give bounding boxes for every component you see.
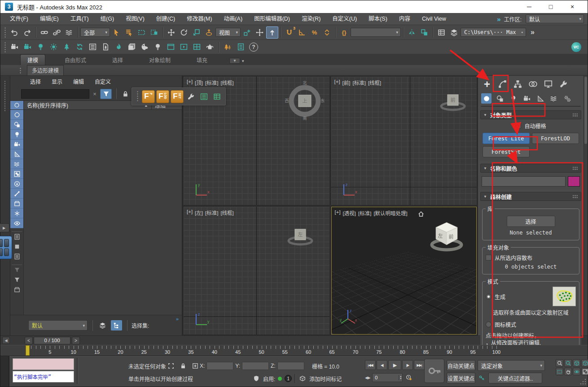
viewcube[interactable]: 左 前 <box>423 217 470 257</box>
viewport-menu-plus[interactable]: [+] <box>335 209 341 217</box>
viewport-layout-tab-button[interactable] <box>0 236 12 259</box>
rollout-grip-icon[interactable] <box>572 166 578 170</box>
display-lights-icon[interactable] <box>10 130 23 139</box>
edit-named-selection-sets-icon[interactable]: {} <box>338 26 350 39</box>
clear-search-icon[interactable]: × <box>92 91 98 97</box>
forest-tools-icon[interactable] <box>185 91 197 102</box>
viewport-menu-view[interactable]: [左] <box>195 209 203 216</box>
forest-update-icon[interactable] <box>74 41 86 53</box>
current-frame-field[interactable]: 0 ▴▾ <box>372 373 403 382</box>
menu-item[interactable]: 修改器(M) <box>181 13 218 25</box>
hierarchy-view-icon[interactable] <box>111 320 122 330</box>
sync-selection-icon[interactable] <box>10 252 23 261</box>
display-cameras-icon[interactable] <box>10 139 23 149</box>
viewport-menu-shading[interactable]: [默认明暗处理] <box>373 209 407 217</box>
forest-sun-icon[interactable] <box>48 41 60 53</box>
explorer-search-input[interactable] <box>21 89 89 99</box>
chevron-down-icon[interactable]: ▾ <box>242 59 244 63</box>
display-geometry-icon[interactable] <box>10 110 23 120</box>
viewport-perspective[interactable]: [+] [透视] [标准] [默认明暗处理] 左 前 <box>331 207 477 335</box>
ribbon-drag-handle[interactable] <box>19 67 22 74</box>
forest-maps-icon[interactable] <box>126 41 138 53</box>
category-geometry-icon[interactable] <box>481 93 491 104</box>
rollout-header[interactable]: ▼ 名称和颜色 <box>480 164 581 173</box>
object-type-column-icon[interactable] <box>10 101 24 109</box>
rectangular-selection-region-icon[interactable] <box>136 26 148 39</box>
keyboard-shortcut-override-icon[interactable] <box>266 26 278 39</box>
zoom-region-icon[interactable] <box>556 368 563 375</box>
more-options-icon[interactable]: » <box>176 316 178 322</box>
redo-icon[interactable] <box>21 26 33 39</box>
display-containers-icon[interactable] <box>10 199 23 209</box>
forest-lod-button[interactable]: ForestLOD <box>532 133 579 144</box>
go-to-end-button[interactable]: ▶▶| <box>414 360 425 370</box>
tab-hierarchy[interactable] <box>512 78 523 91</box>
display-frozen-icon[interactable] <box>10 209 23 218</box>
filter-settings-icon[interactable] <box>10 265 23 275</box>
menu-item[interactable]: 图形编辑器(D) <box>248 13 296 25</box>
key-mode-toggle-icon[interactable]: ◀▶ <box>365 376 370 380</box>
rollout-grip-icon[interactable] <box>572 195 578 199</box>
collapse-all-icon[interactable] <box>10 242 23 252</box>
timeline-ruler[interactable]: 5101520253035404550556065707580859095100 <box>0 345 588 356</box>
use-pivot-point-center-icon[interactable] <box>241 26 253 39</box>
tab-motion[interactable] <box>527 78 538 91</box>
viewcube[interactable]: 左 <box>285 223 316 250</box>
maximize-button[interactable]: □ <box>540 3 562 10</box>
maxscript-mini-listener-input[interactable] <box>13 358 74 370</box>
named-selection-sets-dropdown[interactable]: ▾ <box>351 28 401 37</box>
spinner-snap-icon[interactable] <box>321 26 333 39</box>
isolate-selection-icon[interactable] <box>167 361 175 370</box>
ribbon-tab-populate[interactable]: 填充 <box>190 55 214 65</box>
status-badge[interactable]: 1 <box>285 375 292 382</box>
undo-icon[interactable] <box>9 26 21 39</box>
generate-mode-radio[interactable] <box>486 294 491 300</box>
display-xrefs-icon[interactable] <box>10 179 23 189</box>
maximize-viewport-toggle-icon[interactable] <box>581 368 588 375</box>
object-name-input[interactable] <box>482 176 566 187</box>
angle-snap-icon[interactable] <box>296 26 308 39</box>
category-helpers-icon[interactable] <box>535 93 545 104</box>
viewport-menu-view[interactable]: [前] <box>342 79 351 86</box>
forest-lod-button[interactable]: FLOD <box>156 90 169 103</box>
help-icon[interactable]: ? <box>249 43 258 52</box>
viewport-front[interactable]: [+] [前] [标准] [线框] 前 x z <box>331 77 477 205</box>
next-frame-arrow[interactable]: > <box>72 337 80 344</box>
forest-camera-add-icon[interactable] <box>22 41 34 53</box>
viewport-menu-plus[interactable]: [+] <box>187 79 193 86</box>
menu-item[interactable]: 编辑(E) <box>34 13 65 25</box>
render-production-teapot-icon[interactable] <box>204 41 216 53</box>
go-to-start-button[interactable]: |◀◀ <box>365 360 376 370</box>
select-and-move-icon[interactable] <box>165 26 177 39</box>
minimize-button[interactable]: ─ <box>518 3 540 10</box>
y-coordinate-field[interactable] <box>242 362 269 370</box>
percent-snap-icon[interactable]: % <box>308 26 320 39</box>
forest-effects-icon[interactable] <box>113 41 125 53</box>
forest-lister-icon[interactable] <box>152 41 164 53</box>
menu-item[interactable]: 创建(C) <box>150 13 181 25</box>
menu-item[interactable]: 工具(T) <box>65 13 95 25</box>
explorer-object-list[interactable] <box>24 110 182 315</box>
select-object-icon[interactable] <box>110 26 123 39</box>
toolbar-drag-handle[interactable] <box>136 91 139 102</box>
key-filters-button[interactable]: 关键点过滤器.. <box>488 373 542 383</box>
pick-container-icon[interactable] <box>10 285 23 295</box>
zoom-all-icon[interactable] <box>564 359 572 367</box>
forest-pack-button[interactable]: FP <box>142 90 155 103</box>
viewcube[interactable]: 上 北 东 南 西 <box>285 80 325 121</box>
forest-stats-icon[interactable] <box>211 91 223 102</box>
forest-tree-doc-icon[interactable] <box>100 41 112 53</box>
auto-key-button[interactable]: 自动关键点 <box>447 360 475 371</box>
viewport-menu-view[interactable]: [透视] <box>343 209 356 217</box>
orbit-icon[interactable] <box>573 368 580 375</box>
menu-item[interactable]: 渲染(R) <box>296 13 326 25</box>
viewport-menu-standard[interactable]: [标准] <box>358 209 371 217</box>
display-helpers-icon[interactable] <box>10 149 23 159</box>
rollout-header[interactable]: ▼ 森林创建 <box>480 192 581 201</box>
object-color-swatch[interactable] <box>568 176 580 187</box>
bind-to-space-warp-icon[interactable] <box>63 26 75 39</box>
scatter-from-selection-checkbox[interactable] <box>486 255 491 261</box>
viewcube[interactable]: 前 <box>437 88 469 115</box>
zoom-extents-icon[interactable] <box>573 359 580 367</box>
toggle-layer-explorer-icon[interactable] <box>448 26 460 39</box>
